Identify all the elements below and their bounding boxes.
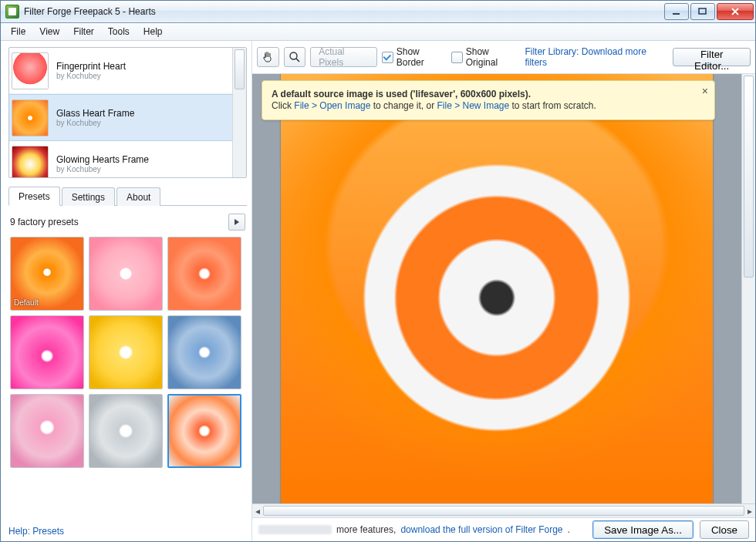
preset-thumb[interactable]: Default xyxy=(10,237,84,311)
filter-list: Fingerprint Heart by Kochubey Glass Hear… xyxy=(8,47,247,178)
window-title: Filter Forge Freepack 5 - Hearts xyxy=(24,6,663,17)
preset-thumb[interactable] xyxy=(89,394,163,468)
pan-tool-button[interactable] xyxy=(257,47,279,67)
preview-horizontal-scrollbar[interactable]: ◂ ▸ xyxy=(252,503,755,517)
left-panel: Fingerprint Heart by Kochubey Glass Hear… xyxy=(1,41,252,541)
show-border-label: Show Border xyxy=(397,46,447,68)
tip-line1: A default source image is used ('lifesav… xyxy=(272,89,531,99)
menu-help[interactable]: Help xyxy=(137,23,170,40)
menu-filter[interactable]: Filter xyxy=(66,23,101,40)
presets-count-label: 9 factory presets xyxy=(10,217,79,227)
preview-viewport[interactable]: A default source image is used ('lifesav… xyxy=(252,74,741,503)
tip-open-image-link[interactable]: File > Open Image xyxy=(294,100,370,111)
minimize-button[interactable] xyxy=(664,3,689,20)
filter-item[interactable]: Fingerprint Heart by Kochubey xyxy=(9,48,232,94)
footer-blurred-text xyxy=(258,525,332,534)
preview-image xyxy=(281,74,713,503)
actual-pixels-button[interactable]: Actual Pixels xyxy=(310,47,377,67)
filter-thumbnail xyxy=(12,52,49,89)
maximize-button[interactable] xyxy=(690,3,715,20)
presets-play-button[interactable] xyxy=(228,214,245,231)
show-border-checkbox[interactable]: Show Border xyxy=(382,46,447,68)
tip-line2c: to start from scratch. xyxy=(509,100,596,111)
filter-author: by Kochubey xyxy=(56,72,126,81)
checkbox-icon xyxy=(382,52,393,63)
app-window: Filter Forge Freepack 5 - Hearts File Vi… xyxy=(0,0,756,542)
help-presets-link[interactable]: Help: Presets xyxy=(8,526,64,537)
filter-item[interactable]: Glowing Hearts Frame by Kochubey xyxy=(9,141,232,177)
content-area: Fingerprint Heart by Kochubey Glass Hear… xyxy=(1,41,755,541)
filter-thumbnail xyxy=(12,99,49,136)
tip-close-icon[interactable]: × xyxy=(702,86,708,97)
close-button[interactable] xyxy=(717,3,754,20)
preset-thumb[interactable] xyxy=(10,315,84,389)
filter-author: by Kochubey xyxy=(56,119,134,128)
right-footer: more features, download the full version… xyxy=(252,517,755,541)
tab-presets[interactable]: Presets xyxy=(8,187,60,206)
show-original-label: Show Original xyxy=(466,46,521,68)
filter-name: Fingerprint Heart xyxy=(56,61,126,72)
footer-text: more features, download the full version… xyxy=(258,524,586,535)
tip-line2a: Click xyxy=(272,100,294,111)
window-controls xyxy=(663,3,754,20)
tabs: Presets Settings About xyxy=(8,186,247,206)
filter-library-link[interactable]: Filter Library: Download more filters xyxy=(525,46,663,68)
menu-view[interactable]: View xyxy=(32,23,66,40)
app-icon xyxy=(5,5,19,19)
filter-name: Glass Heart Frame xyxy=(56,108,134,119)
left-footer: Help: Presets xyxy=(8,520,247,537)
filter-author: by Kochubey xyxy=(56,165,149,174)
svg-rect-0 xyxy=(673,13,680,15)
download-full-version-link[interactable]: download the full version of Filter Forg… xyxy=(400,524,562,535)
titlebar: Filter Forge Freepack 5 - Hearts xyxy=(1,1,755,23)
filter-thumbnail xyxy=(12,146,49,178)
preview-vertical-scrollbar[interactable] xyxy=(741,74,755,503)
checkbox-icon xyxy=(451,52,462,63)
filter-item[interactable]: Glass Heart Frame by Kochubey xyxy=(9,94,232,141)
tab-about[interactable]: About xyxy=(116,187,160,206)
save-image-as-button[interactable]: Save Image As... xyxy=(592,520,694,539)
menubar: File View Filter Tools Help xyxy=(1,23,755,41)
tab-settings[interactable]: Settings xyxy=(62,187,115,206)
right-panel: Actual Pixels Show Border Show Original … xyxy=(252,41,755,541)
preview-toolbar: Actual Pixels Show Border Show Original … xyxy=(252,41,755,74)
preset-thumb[interactable] xyxy=(167,237,241,311)
presets-grid: Default xyxy=(10,237,247,468)
filter-list-scrollbar[interactable] xyxy=(232,48,246,177)
preset-default-label: Default xyxy=(14,298,39,307)
tip-new-image-link[interactable]: File > New Image xyxy=(437,100,509,111)
preview-area: A default source image is used ('lifesav… xyxy=(252,74,755,503)
filter-editor-button[interactable]: Filter Editor... xyxy=(673,48,751,66)
scroll-left-icon[interactable]: ◂ xyxy=(253,506,262,516)
menu-tools[interactable]: Tools xyxy=(101,23,137,40)
close-dialog-button[interactable]: Close xyxy=(700,520,749,539)
menu-file[interactable]: File xyxy=(4,23,32,40)
svg-point-2 xyxy=(290,52,297,59)
tip-line2b: to change it, or xyxy=(370,100,437,111)
filter-name: Glowing Hearts Frame xyxy=(56,154,149,165)
presets-header: 9 factory presets xyxy=(10,214,245,231)
preset-thumb[interactable] xyxy=(167,394,241,468)
preset-thumb[interactable] xyxy=(89,315,163,389)
scroll-right-icon[interactable]: ▸ xyxy=(745,506,754,516)
svg-rect-1 xyxy=(699,8,706,14)
show-original-checkbox[interactable]: Show Original xyxy=(451,46,520,68)
tip-banner: A default source image is used ('lifesav… xyxy=(262,80,715,120)
preset-thumb[interactable] xyxy=(167,315,241,389)
preset-thumb[interactable] xyxy=(89,237,163,311)
preset-thumb[interactable] xyxy=(10,394,84,468)
zoom-tool-button[interactable] xyxy=(284,47,306,67)
